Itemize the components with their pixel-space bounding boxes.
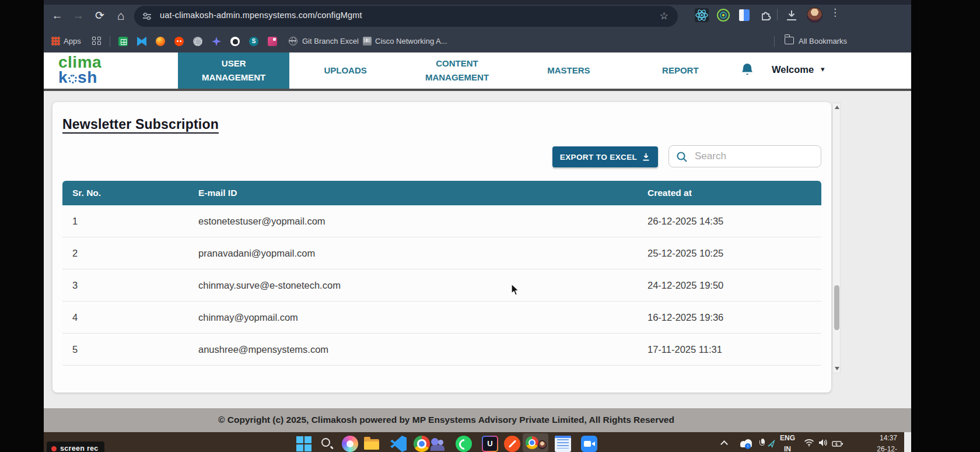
mail-favicon[interactable] <box>137 37 146 46</box>
cisco-favicon[interactable] <box>363 37 372 45</box>
target-extension-icon[interactable] <box>716 8 730 22</box>
browser-profile-avatar[interactable] <box>807 7 822 23</box>
scrollbar-thumb[interactable] <box>834 285 839 330</box>
back-icon[interactable]: ← <box>48 7 66 24</box>
climakosh-logo[interactable]: clima ksh <box>58 55 102 85</box>
home-icon[interactable]: ⌂ <box>112 7 130 24</box>
all-bookmarks-label[interactable]: All Bookmarks <box>799 37 847 45</box>
bookmark-item[interactable]: Git Branch Excel <box>302 37 359 45</box>
browser-menu-icon[interactable]: ⋮ <box>830 6 840 19</box>
chevron-down-icon[interactable]: ▾ <box>821 65 825 73</box>
site-navbar: clima ksh USER MANAGEMENT UPLOADS CONTEN… <box>44 52 911 89</box>
windows-taskbar: U i ENG IN <box>44 432 904 452</box>
vertical-scrollbar[interactable] <box>832 103 841 373</box>
export-button-label: EXPORT TO EXCEL <box>560 153 638 162</box>
globe-favicon[interactable] <box>289 37 298 45</box>
search-box <box>668 145 821 167</box>
sheets-favicon[interactable] <box>118 37 128 46</box>
search-icon <box>676 151 688 163</box>
address-bar[interactable]: uat-climakosh-admin.mpensystems.com/conf… <box>134 6 678 27</box>
download-icon <box>642 152 650 162</box>
copilot-icon[interactable] <box>342 436 358 452</box>
table-row: 1 estonetestuser@yopmail.com 26-12-2025 … <box>62 205 821 237</box>
react-devtools-icon[interactable] <box>695 8 709 22</box>
tab-uploads[interactable]: UPLOADS <box>289 52 401 89</box>
chrome-icon[interactable] <box>414 436 430 452</box>
bookmark-grid-icon[interactable] <box>92 37 101 45</box>
microphone-icon[interactable] <box>760 439 765 448</box>
start-icon[interactable] <box>296 436 312 452</box>
scroll-down-icon[interactable] <box>835 367 839 370</box>
bookmarks-divider <box>774 36 775 47</box>
forms-favicon[interactable] <box>268 37 277 46</box>
vscode-icon[interactable] <box>390 436 407 452</box>
reddit-favicon[interactable] <box>174 37 184 46</box>
chrome-profile-window-icon[interactable] <box>523 433 548 452</box>
pen-app-icon[interactable] <box>504 436 520 452</box>
battery-icon[interactable] <box>832 439 844 450</box>
toolbar-divider <box>777 9 778 20</box>
apps-icon[interactable] <box>51 37 60 45</box>
url-text[interactable]: uat-climakosh-admin.mpensystems.com/conf… <box>160 10 362 20</box>
gemini-favicon[interactable] <box>212 37 221 46</box>
notepad-icon[interactable] <box>555 436 571 452</box>
tab-user-management[interactable]: USER MANAGEMENT <box>178 52 289 89</box>
tab-masters[interactable]: MASTERS <box>513 52 624 89</box>
language-indicator[interactable]: ENG IN <box>778 434 797 452</box>
profile-avatar <box>538 440 547 449</box>
reload-icon[interactable]: ⟳ <box>91 7 108 24</box>
table-row: 3 chinmay.surve@e-stonetech.com 24-12-20… <box>62 269 821 302</box>
github-favicon[interactable] <box>230 37 240 46</box>
file-explorer-icon[interactable] <box>363 436 380 452</box>
tray-chevron-icon[interactable] <box>720 440 728 448</box>
scroll-up-icon[interactable] <box>835 106 839 109</box>
zoom-icon[interactable] <box>581 436 597 452</box>
tab-report[interactable]: REPORT <box>625 52 736 89</box>
firefox-favicon[interactable] <box>156 37 165 46</box>
all-bookmarks-folder-icon[interactable] <box>785 37 794 44</box>
volume-icon[interactable] <box>818 439 828 449</box>
intellij-icon[interactable]: U <box>482 436 498 452</box>
openai-favicon[interactable] <box>193 37 202 46</box>
logo-sh: sh <box>78 68 97 86</box>
cell-sr: 5 <box>62 344 198 355</box>
book-extension-icon[interactable] <box>737 8 751 22</box>
apps-label[interactable]: Apps <box>64 37 81 45</box>
cell-email: pranavadani@yopmail.com <box>198 248 648 259</box>
region-code: IN <box>778 445 797 452</box>
newsletter-card: Newsletter Subscription EXPORT TO EXCEL <box>52 102 831 393</box>
cell-sr: 4 <box>62 312 198 323</box>
wifi-icon[interactable] <box>804 439 814 449</box>
browser-toolbar: ← → ⟳ ⌂ uat-climakosh-admin.mpensystems.… <box>44 0 911 52</box>
export-to-excel-button[interactable]: EXPORT TO EXCEL <box>552 146 658 167</box>
sharepoint-favicon[interactable]: S <box>249 37 258 46</box>
bookmark-star-icon[interactable]: ☆ <box>660 10 668 22</box>
notification-bell-icon[interactable] <box>740 63 754 78</box>
welcome-menu[interactable]: Welcome <box>772 64 814 75</box>
forward-icon[interactable]: → <box>69 7 87 24</box>
taskbar-search-icon[interactable] <box>319 436 335 452</box>
taskbar-clock[interactable]: 14:37 26-12-2025 <box>865 434 897 452</box>
bookmark-item[interactable]: Cisco Networking A... <box>375 37 447 45</box>
cell-sr: 3 <box>62 280 198 291</box>
browser-tabstrip <box>44 0 911 5</box>
header-created: Created at <box>648 188 821 198</box>
location-icon[interactable] <box>767 440 775 450</box>
onedrive-icon[interactable]: i <box>739 439 753 447</box>
downloads-icon[interactable] <box>785 8 799 22</box>
tab-content-management[interactable]: CONTENT MANAGEMENT <box>401 52 513 89</box>
bookmarks-bar: Apps S Git Branch Excel Cisco Networking… <box>44 30 911 52</box>
extensions-puzzle-icon[interactable] <box>759 8 773 22</box>
whatsapp-icon[interactable] <box>456 436 472 452</box>
cell-email: chinmay.surve@e-stonetech.com <box>198 280 648 291</box>
teams-icon[interactable] <box>429 436 446 452</box>
table-header-row: Sr. No. E-mail ID Created at <box>62 181 821 205</box>
tray-date: 26-12-2025 <box>865 445 897 452</box>
screenshot-stage: ← → ⟳ ⌂ uat-climakosh-admin.mpensystems.… <box>0 0 980 452</box>
mouse-cursor <box>511 283 520 296</box>
screen-rec-label: screen rec <box>60 444 99 452</box>
search-input[interactable] <box>695 146 817 167</box>
table-row: 5 anushree@mpensystems.com 17-11-2025 11… <box>62 334 821 366</box>
language-code: ENG <box>778 434 797 443</box>
site-info-icon[interactable] <box>142 11 152 22</box>
